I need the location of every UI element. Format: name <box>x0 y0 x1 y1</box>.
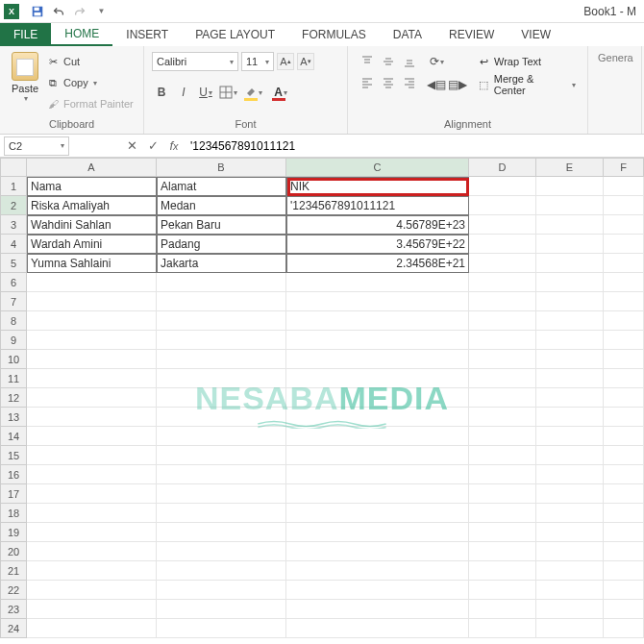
cell-e24[interactable] <box>536 619 604 638</box>
cell-f9[interactable] <box>604 331 644 350</box>
cell-d21[interactable] <box>469 561 536 581</box>
cell-b8[interactable] <box>157 311 286 331</box>
rowhead-7[interactable]: 7 <box>0 292 27 311</box>
cell-d2[interactable] <box>469 196 536 215</box>
cell-f23[interactable] <box>604 600 644 619</box>
rowhead-9[interactable]: 9 <box>0 331 27 350</box>
cell-e10[interactable] <box>536 350 604 369</box>
rowhead-20[interactable]: 20 <box>0 542 27 561</box>
align-bottom-icon[interactable] <box>400 52 419 71</box>
cell-e23[interactable] <box>536 600 604 619</box>
cell-c14[interactable] <box>286 427 469 446</box>
cell-b22[interactable] <box>157 581 286 600</box>
colhead-f[interactable]: F <box>604 158 644 177</box>
cell-f18[interactable] <box>604 504 644 523</box>
rowhead-14[interactable]: 14 <box>0 427 27 446</box>
tab-home[interactable]: HOME <box>51 23 112 46</box>
cell-e9[interactable] <box>536 331 604 350</box>
cell-c11[interactable] <box>286 369 469 388</box>
fx-icon[interactable]: fx <box>163 136 185 157</box>
cell-e15[interactable] <box>536 446 604 465</box>
rowhead-24[interactable]: 24 <box>0 619 27 638</box>
cell-a2[interactable]: Riska Amaliyah <box>27 196 157 215</box>
cell-b4[interactable]: Padang <box>157 235 286 254</box>
cell-f11[interactable] <box>604 369 644 388</box>
rowhead-5[interactable]: 5 <box>0 254 27 273</box>
cell-a3[interactable]: Wahdini Sahlan <box>27 215 157 235</box>
cell-b15[interactable] <box>157 446 286 465</box>
cell-b17[interactable] <box>157 484 286 504</box>
cell-f17[interactable] <box>604 484 644 504</box>
cell-d3[interactable] <box>469 215 536 235</box>
align-right-icon[interactable] <box>400 73 419 92</box>
cell-a13[interactable] <box>27 408 157 427</box>
redo-icon[interactable] <box>69 1 90 22</box>
cell-c24[interactable] <box>286 619 469 638</box>
cell-c23[interactable] <box>286 600 469 619</box>
colhead-b[interactable]: B <box>157 158 286 177</box>
cell-f3[interactable] <box>604 215 644 235</box>
cell-e6[interactable] <box>536 273 604 292</box>
cell-a7[interactable] <box>27 292 157 311</box>
cell-b19[interactable] <box>157 523 286 542</box>
cell-b6[interactable] <box>157 273 286 292</box>
cell-e3[interactable] <box>536 215 604 235</box>
cell-e7[interactable] <box>536 292 604 311</box>
cell-c2[interactable]: '1234567891011121 <box>286 196 469 215</box>
cell-a5[interactable]: Yumna Sahlaini <box>27 254 157 273</box>
cell-e21[interactable] <box>536 561 604 581</box>
cell-b23[interactable] <box>157 600 286 619</box>
cell-e22[interactable] <box>536 581 604 600</box>
cell-d23[interactable] <box>469 600 536 619</box>
colhead-c[interactable]: C <box>286 158 469 177</box>
cell-a4[interactable]: Wardah Amini <box>27 235 157 254</box>
cell-d10[interactable] <box>469 350 536 369</box>
cell-f20[interactable] <box>604 542 644 561</box>
cell-c4[interactable]: 3.45679E+22 <box>286 235 469 254</box>
tab-page-layout[interactable]: PAGE LAYOUT <box>182 23 288 46</box>
align-center-icon[interactable] <box>379 73 398 92</box>
cell-b24[interactable] <box>157 619 286 638</box>
cell-e2[interactable] <box>536 196 604 215</box>
cell-a24[interactable] <box>27 619 157 638</box>
rowhead-15[interactable]: 15 <box>0 446 27 465</box>
cell-b12[interactable] <box>157 388 286 408</box>
cell-e14[interactable] <box>536 427 604 446</box>
cell-e18[interactable] <box>536 504 604 523</box>
cell-f21[interactable] <box>604 561 644 581</box>
cell-b10[interactable] <box>157 350 286 369</box>
tab-view[interactable]: VIEW <box>508 23 564 46</box>
align-middle-icon[interactable] <box>379 52 398 71</box>
cell-b11[interactable] <box>157 369 286 388</box>
colhead-e[interactable]: E <box>536 158 604 177</box>
cell-f14[interactable] <box>604 427 644 446</box>
cell-c18[interactable] <box>286 504 469 523</box>
cell-d18[interactable] <box>469 504 536 523</box>
cancel-icon[interactable]: ✕ <box>121 136 142 157</box>
rowhead-16[interactable]: 16 <box>0 465 27 484</box>
enter-icon[interactable]: ✓ <box>142 136 163 157</box>
cell-b9[interactable] <box>157 331 286 350</box>
cell-f10[interactable] <box>604 350 644 369</box>
cell-c16[interactable] <box>286 465 469 484</box>
align-top-icon[interactable] <box>358 52 377 71</box>
cell-c1[interactable]: NIK <box>286 177 469 196</box>
font-size-select[interactable]: 11▾ <box>241 52 274 71</box>
cell-d1[interactable] <box>469 177 536 196</box>
colhead-d[interactable]: D <box>469 158 536 177</box>
cell-c12[interactable] <box>286 388 469 408</box>
cell-f1[interactable] <box>604 177 644 196</box>
cell-b14[interactable] <box>157 427 286 446</box>
increase-font-icon[interactable]: A▴ <box>277 53 294 70</box>
cell-c8[interactable] <box>286 311 469 331</box>
cell-f19[interactable] <box>604 523 644 542</box>
cell-b3[interactable]: Pekan Baru <box>157 215 286 235</box>
number-format-select[interactable]: Genera <box>594 48 635 67</box>
cell-a22[interactable] <box>27 581 157 600</box>
cell-d11[interactable] <box>469 369 536 388</box>
cell-f15[interactable] <box>604 446 644 465</box>
tab-data[interactable]: DATA <box>380 23 435 46</box>
rowhead-11[interactable]: 11 <box>0 369 27 388</box>
bold-button[interactable]: B <box>152 83 171 102</box>
cell-e19[interactable] <box>536 523 604 542</box>
